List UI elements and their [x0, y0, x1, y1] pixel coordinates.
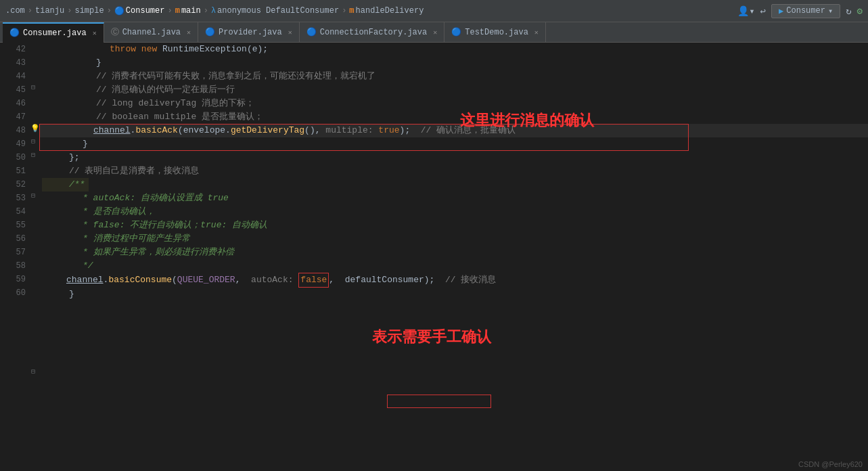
tabs-bar: 🔵 Consumer.java ✕ Ⓒ Channel.java ✕ 🔵 Pro…: [0, 22, 868, 43]
tab-consumer-java[interactable]: 🔵 Consumer.java ✕: [3, 22, 104, 43]
run-config-icon: ▶: [779, 6, 783, 16]
top-bar: .com › tianju › simple › 🔵 Consumer › m …: [0, 0, 868, 22]
gutter-fold-58: ⊟: [31, 367, 35, 376]
code-line-45: // 消息确认的代码一定在最后一行: [39, 83, 868, 97]
code-line-53: * autoAck: 自动确认设置成 true: [39, 192, 868, 205]
code-line-49: }: [39, 137, 868, 151]
code-line-60: }: [39, 288, 868, 301]
code-line-44: // 消费者代码可能有失败，消息拿到之后，可能还没有处理，就宕机了: [39, 70, 868, 83]
run-dropdown-icon: ▾: [828, 6, 833, 16]
breadcrumb-main-icon: m: [175, 6, 180, 16]
tab-conn-label: ConnectionFactory.java: [320, 28, 427, 37]
back-icon[interactable]: ↩: [760, 5, 766, 17]
tab-provider-label: Provider.java: [219, 28, 282, 37]
code-line-55: * false: 不进行自动确认；true: 自动确认: [39, 219, 868, 232]
code-area: 这里进行消息的确认 表示需要手工确认 42 43 44 45 46 47 48 …: [0, 43, 868, 471]
tab-test-close[interactable]: ✕: [534, 28, 539, 37]
tab-test-icon: 🔵: [451, 27, 461, 37]
annotation-manual: 表示需要手工确认: [372, 327, 491, 347]
tab-channel-java[interactable]: Ⓒ Channel.java ✕: [104, 22, 198, 43]
breadcrumb-consumer-icon: 🔵: [114, 6, 124, 16]
code-line-42: throw new RuntimeException(e);: [39, 43, 868, 56]
breadcrumb-handle-icon: m: [349, 6, 354, 16]
tab-test-label: TestDemo.java: [465, 28, 528, 37]
code-line-43: }: [39, 56, 868, 70]
breadcrumb-main: main: [181, 6, 201, 16]
code-line-57: * 如果产生异常，则必须进行消费补偿: [39, 246, 868, 259]
csdn-watermark: CSDN @Perley620: [798, 460, 863, 468]
tab-consumer-close[interactable]: ✕: [93, 29, 97, 37]
code-line-47: // boolean multiple 是否批量确认；: [39, 110, 868, 124]
code-line-51: // 表明自己是消费者，接收消息: [39, 164, 868, 178]
tab-consumer-icon: 🔵: [9, 28, 20, 38]
settings-icon[interactable]: ⚙: [857, 5, 863, 17]
tab-testdemo-java[interactable]: 🔵 TestDemo.java ✕: [444, 22, 546, 43]
line-numbers: 42 43 44 45 46 47 48 49 50 51 52 53 54 5…: [0, 43, 30, 471]
tab-channel-label: Channel.java: [122, 28, 181, 37]
tab-channel-close[interactable]: ✕: [187, 28, 191, 37]
code-line-56: * 消费过程中可能产生异常: [39, 232, 868, 246]
run-config-label: Consumer: [786, 6, 825, 16]
code-line-46: // long deliveryTag 消息的下标；: [39, 97, 868, 110]
editor: 这里进行消息的确认 表示需要手工确认 42 43 44 45 46 47 48 …: [0, 43, 868, 471]
code-line-54: * 是否自动确认，: [39, 205, 868, 219]
tab-connectionfactory-java[interactable]: 🔵 ConnectionFactory.java ✕: [300, 22, 444, 43]
breadcrumb-com: .com: [5, 6, 25, 16]
code-line-48: channel.basicAck(envelope.getDeliveryTag…: [39, 124, 868, 137]
gutter-fold-52: ⊟: [31, 192, 35, 200]
tab-consumer-label: Consumer.java: [23, 28, 87, 38]
gutter: ⊟ 💡 ⊟ ⊟ ⊟ ⊟: [30, 43, 39, 471]
breadcrumb-simple: simple: [74, 6, 104, 16]
refresh-icon[interactable]: ↻: [846, 5, 851, 17]
breadcrumb-consumer: Consumer: [126, 6, 165, 16]
gutter-fold-50: ⊟: [31, 151, 35, 159]
run-config-button[interactable]: ▶ Consumer ▾: [771, 4, 840, 18]
breadcrumb-handle: handleDelivery: [356, 6, 424, 16]
code-line-59: channel.basicConsume(QUEUE_ORDER, autoAc…: [39, 273, 868, 288]
code-line-50: };: [39, 151, 868, 164]
annotation-confirm: 这里进行消息的确认: [460, 110, 594, 131]
breadcrumb-lambda-icon: λ: [211, 6, 216, 16]
gutter-fold-49: ⊟: [31, 137, 35, 145]
tab-provider-icon: 🔵: [205, 27, 215, 37]
code-lines: throw new RuntimeException(e); } // 消费者代…: [39, 43, 868, 471]
breadcrumb-anon: anonymous DefaultConsumer: [217, 6, 339, 16]
gutter-fold-44: ⊟: [31, 83, 35, 91]
breadcrumb-tianju: tianju: [35, 6, 64, 16]
code-line-58: */: [39, 259, 868, 273]
tab-provider-close[interactable]: ✕: [288, 28, 292, 37]
person-icon[interactable]: 👤▾: [737, 5, 754, 17]
bulb-icon[interactable]: 💡: [30, 124, 40, 133]
code-line-52: /**: [39, 178, 868, 192]
top-right-controls: 👤▾ ↩ ▶ Consumer ▾ ↻ ⚙: [737, 4, 863, 18]
tab-conn-icon: 🔵: [306, 27, 317, 37]
tab-conn-close[interactable]: ✕: [433, 28, 437, 37]
tab-provider-java[interactable]: 🔵 Provider.java ✕: [198, 22, 300, 43]
tab-channel-icon: Ⓒ: [111, 26, 119, 38]
breadcrumb: .com › tianju › simple › 🔵 Consumer › m …: [5, 6, 735, 16]
